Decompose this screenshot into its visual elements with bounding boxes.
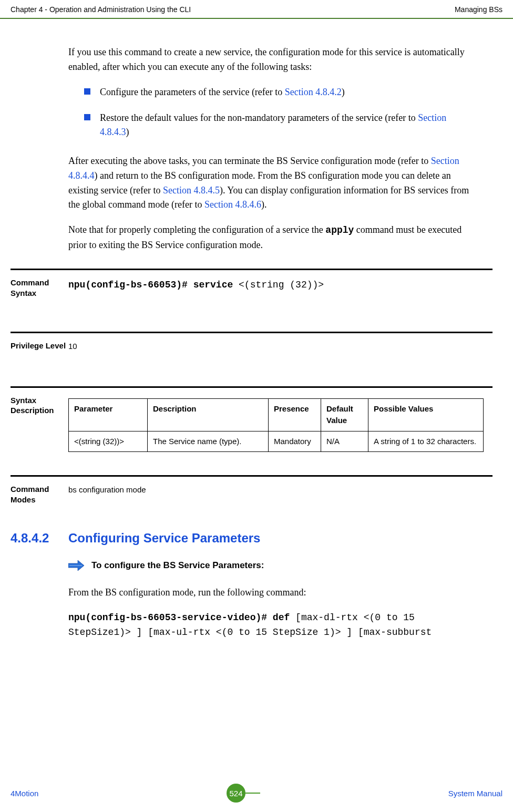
- command-syntax-section: Command Syntax npu(config-bs-66053)# ser…: [0, 269, 476, 316]
- privilege-level-section: Privilege Level 10: [0, 332, 476, 371]
- command-modes-value: bs configuration mode: [68, 484, 476, 496]
- text-fragment: Configure the parameters of the service …: [100, 87, 285, 97]
- procedure-row: To configure the BS Service Parameters:: [68, 560, 476, 571]
- content-body: If you use this command to create a new …: [0, 19, 513, 640]
- section-link[interactable]: Section 4.8.4.5: [163, 185, 220, 196]
- page-line-icon: [244, 793, 260, 794]
- th-description: Description: [148, 398, 269, 431]
- table-header-row: Parameter Description Presence Default V…: [69, 398, 484, 431]
- th-presence: Presence: [269, 398, 321, 431]
- list-item-text: Configure the parameters of the service …: [100, 85, 345, 99]
- label-command-modes: Command Modes: [11, 484, 68, 505]
- text-fragment: Restore the default values for the non-m…: [100, 112, 418, 123]
- footer-right: System Manual: [448, 789, 502, 798]
- syntax-table-wrapper: Parameter Description Presence Default V…: [68, 395, 484, 453]
- command-modes-section: Command Modes bs configuration mode: [0, 475, 476, 515]
- page-number: 524: [227, 784, 245, 803]
- label-syntax-description: Syntax Description: [11, 395, 68, 416]
- command-syntax-value: npu(config-bs-66053)# service <(string (…: [68, 277, 476, 292]
- td-description: The Service name (type).: [148, 431, 269, 452]
- td-possible-values: A string of 1 to 32 characters.: [368, 431, 484, 452]
- list-item: Configure the parameters of the service …: [84, 85, 476, 99]
- code-block: npu(config-bs-66053-service-video)# def …: [68, 611, 476, 640]
- code-bold: npu(config-bs-66053-service-video)# def: [68, 612, 295, 623]
- text-fragment: ).: [261, 199, 267, 210]
- command-arg: <(string (32))>: [239, 280, 324, 290]
- header-right: Managing BSs: [455, 5, 502, 14]
- section-number: 4.8.4.2: [0, 531, 68, 546]
- square-bullet-icon: [84, 88, 90, 95]
- text-fragment: ): [342, 87, 345, 97]
- section-link[interactable]: Section 4.8.4.2: [285, 87, 342, 97]
- procedure-paragraph: From the BS configuration mode, run the …: [68, 585, 476, 600]
- procedure-heading: To configure the BS Service Parameters:: [91, 560, 264, 571]
- label-command-syntax: Command Syntax: [11, 277, 68, 298]
- task-list: Configure the parameters of the service …: [84, 85, 476, 139]
- intro-paragraph: If you use this command to create a new …: [68, 45, 476, 75]
- syntax-description-section: Syntax Description Parameter Description…: [0, 386, 476, 460]
- syntax-table: Parameter Description Presence Default V…: [68, 398, 484, 453]
- header-left: Chapter 4 - Operation and Administration…: [11, 5, 191, 14]
- label-privilege-level: Privilege Level: [11, 341, 68, 351]
- list-item-text: Restore the default values for the non-m…: [100, 111, 476, 139]
- table-row: <(string (32))> The Service name (type).…: [69, 431, 484, 452]
- page-footer: 4Motion 524 System Manual: [0, 784, 513, 803]
- note-paragraph: Note that for properly completing the co…: [68, 223, 476, 253]
- privilege-level-value: 10: [68, 341, 476, 353]
- td-default-value: N/A: [321, 431, 368, 452]
- page-header: Chapter 4 - Operation and Administration…: [0, 0, 513, 19]
- section-heading: 4.8.4.2 Configuring Service Parameters: [0, 531, 476, 546]
- page-number-badge: 524: [227, 784, 260, 803]
- arrow-right-icon: [68, 560, 84, 571]
- text-fragment: After executing the above tasks, you can…: [68, 156, 431, 166]
- inline-command: apply: [325, 225, 354, 235]
- th-possible-values: Possible Values: [368, 398, 484, 431]
- command-bold: npu(config-bs-66053)# service: [68, 280, 239, 290]
- th-parameter: Parameter: [69, 398, 148, 431]
- text-fragment: Note that for properly completing the co…: [68, 224, 325, 235]
- td-parameter: <(string (32))>: [69, 431, 148, 452]
- section-title: Configuring Service Parameters: [68, 531, 260, 546]
- th-default-value: Default Value: [321, 398, 368, 431]
- td-presence: Mandatory: [269, 431, 321, 452]
- text-fragment: ): [126, 127, 129, 137]
- footer-left: 4Motion: [11, 789, 38, 798]
- paragraph: After executing the above tasks, you can…: [68, 154, 476, 213]
- list-item: Restore the default values for the non-m…: [84, 111, 476, 139]
- section-link[interactable]: Section 4.8.4.6: [204, 199, 261, 210]
- square-bullet-icon: [84, 114, 90, 120]
